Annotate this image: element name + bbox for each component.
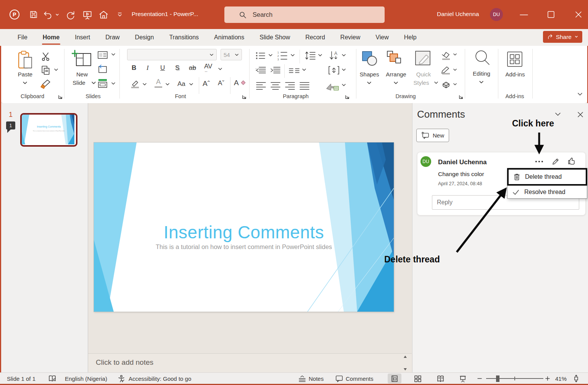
highlight-dropdown-icon[interactable]	[142, 82, 147, 86]
quick-styles-label-2[interactable]: Styles	[409, 79, 433, 86]
share-button[interactable]: Share	[543, 31, 582, 43]
addins-label[interactable]: Add-ins	[503, 71, 528, 78]
redo-button[interactable]	[66, 10, 76, 20]
copy-dropdown-icon[interactable]	[54, 68, 58, 71]
format-painter-icon[interactable]	[40, 79, 52, 89]
text-direction-dropdown-icon[interactable]	[342, 53, 346, 57]
add-remove-columns-button[interactable]	[288, 67, 300, 74]
notes-placeholder[interactable]: Click to add notes	[96, 358, 153, 367]
paragraph-dialog-launcher-icon[interactable]	[345, 94, 350, 100]
notes-toggle[interactable]: Notes	[298, 373, 324, 384]
panel-options-chevron-icon[interactable]	[554, 112, 562, 118]
accessibility-status[interactable]: Accessibility: Good to go	[129, 373, 191, 384]
section-icon[interactable]	[97, 78, 109, 89]
close-button[interactable]	[574, 10, 583, 19]
font-color-dropdown-icon[interactable]	[165, 82, 170, 86]
editing-button[interactable]	[474, 49, 491, 67]
save-icon[interactable]	[29, 10, 38, 19]
clipboard-dialog-launcher-icon[interactable]	[58, 94, 63, 100]
shape-effects-icon[interactable]	[441, 80, 451, 89]
align-text-button[interactable]	[328, 65, 340, 76]
arrange-label[interactable]: Arrange	[383, 71, 409, 78]
decrease-font-size-button[interactable]: Aˇ	[218, 79, 224, 87]
quick-styles-label-1[interactable]: Quick	[412, 71, 435, 78]
underline-button[interactable]: U	[160, 64, 165, 72]
tab-transitions[interactable]: Transitions	[161, 29, 206, 46]
new-slide-label-2[interactable]: Slide	[67, 79, 91, 86]
tab-home[interactable]: Home	[35, 29, 67, 46]
quick-access-toolbar-chevron-icon[interactable]	[117, 11, 123, 18]
bullets-dropdown-icon[interactable]	[268, 53, 273, 57]
quick-styles-button[interactable]	[414, 50, 432, 66]
spell-check-icon[interactable]	[48, 373, 56, 384]
arrange-dropdown-icon[interactable]	[393, 81, 398, 85]
scroll-up-icon[interactable]	[403, 355, 408, 359]
paste-button[interactable]	[16, 50, 35, 70]
font-color-button[interactable]: A	[155, 78, 162, 88]
line-spacing-dropdown-icon[interactable]	[318, 53, 322, 57]
slide-layout-dropdown-icon[interactable]	[111, 53, 116, 56]
zoom-level[interactable]: 41%	[555, 373, 567, 384]
tab-file[interactable]: File	[10, 29, 35, 46]
align-text-dropdown-icon[interactable]	[342, 68, 346, 71]
home-icon[interactable]	[98, 10, 109, 20]
like-comment-icon[interactable]	[567, 156, 576, 165]
italic-button[interactable]: I	[147, 64, 149, 72]
align-center-button[interactable]	[270, 81, 281, 91]
undo-button[interactable]	[43, 10, 53, 20]
tab-review[interactable]: Review	[333, 29, 368, 46]
slide-subtitle[interactable]: This is a tutorial on how to insert comm…	[94, 243, 394, 251]
shapes-dropdown-icon[interactable]	[367, 81, 372, 85]
user-avatar[interactable]: DU	[490, 8, 503, 21]
copy-icon[interactable]	[40, 65, 51, 76]
paste-dropdown-icon[interactable]	[23, 81, 27, 85]
decrease-indent-button[interactable]	[255, 66, 267, 75]
change-case-button[interactable]: Aa	[177, 80, 185, 88]
new-slide-button[interactable]	[72, 50, 92, 70]
notes-scrollbar[interactable]	[402, 355, 409, 371]
normal-view-button[interactable]	[388, 374, 401, 383]
quick-styles-dropdown-icon[interactable]	[434, 81, 438, 84]
cut-icon[interactable]	[40, 51, 51, 61]
justify-button[interactable]	[299, 81, 310, 91]
collapse-ribbon-icon[interactable]	[577, 92, 583, 97]
arrange-button[interactable]	[386, 50, 404, 66]
align-right-button[interactable]	[284, 81, 296, 91]
addins-button[interactable]	[506, 50, 524, 68]
columns-dropdown-icon[interactable]	[302, 68, 306, 71]
font-dialog-launcher-icon[interactable]	[242, 94, 247, 100]
editing-dropdown-icon[interactable]	[479, 80, 484, 84]
tab-slideshow[interactable]: Slide Show	[252, 29, 298, 46]
resolve-thread-menu-item[interactable]: Resolve thread	[507, 186, 587, 198]
section-dropdown-icon[interactable]	[111, 82, 116, 85]
tab-design[interactable]: Design	[127, 29, 162, 46]
tab-record[interactable]: Record	[298, 29, 333, 46]
character-spacing-button[interactable]: AV↔	[204, 63, 212, 73]
zoom-slider-thumb[interactable]	[496, 375, 499, 382]
shapes-label[interactable]: Shapes	[357, 71, 382, 78]
increase-font-size-button[interactable]: Aˆ	[203, 79, 210, 88]
slide-counter[interactable]: Slide 1 of 1	[7, 373, 35, 384]
drawing-dialog-launcher-icon[interactable]	[458, 94, 464, 100]
change-case-dropdown-icon[interactable]	[189, 82, 193, 86]
bold-button[interactable]: B	[132, 64, 136, 72]
comments-toggle[interactable]: Comments	[335, 373, 374, 384]
panel-close-icon[interactable]	[577, 111, 584, 118]
shape-outline-dropdown-icon[interactable]	[453, 68, 457, 71]
undo-dropdown-icon[interactable]	[55, 13, 60, 17]
shape-fill-icon[interactable]	[441, 51, 451, 61]
edit-comment-icon[interactable]	[552, 157, 560, 165]
spacing-dropdown-icon[interactable]	[218, 67, 222, 71]
font-size-combo[interactable]: 54	[221, 49, 242, 60]
comment-count-badge[interactable]: 1	[6, 121, 15, 129]
numbering-button[interactable]: 123	[277, 50, 288, 61]
strikethrough-button[interactable]: ab	[189, 64, 196, 72]
smartart-dropdown-icon[interactable]	[342, 83, 346, 87]
slideshow-view-button[interactable]	[456, 374, 470, 383]
minimize-button[interactable]	[519, 14, 529, 16]
new-comment-button[interactable]: New	[416, 129, 449, 142]
slide-title[interactable]: Inserting Comments	[94, 222, 394, 243]
slide-canvas[interactable]: Inserting Comments This is a tutorial on…	[94, 142, 394, 312]
shape-outline-icon[interactable]	[441, 66, 451, 76]
bullets-button[interactable]	[255, 51, 266, 60]
